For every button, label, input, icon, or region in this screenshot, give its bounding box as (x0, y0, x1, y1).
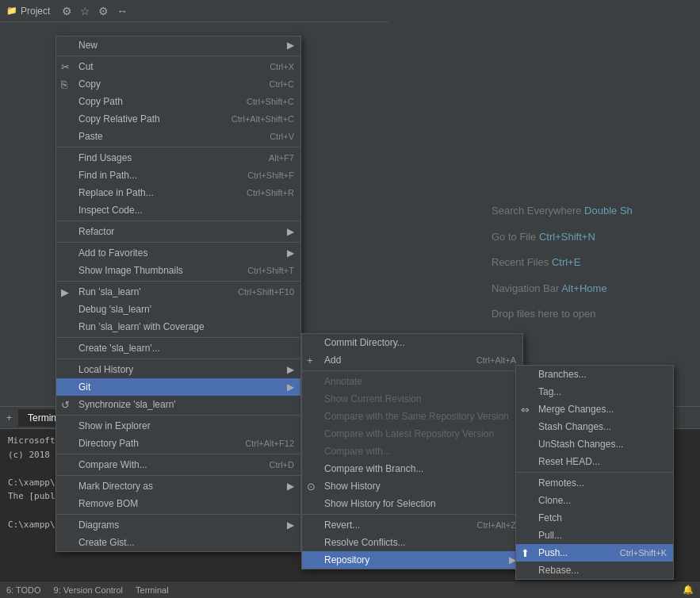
menu-item-debug[interactable]: Debug 'sla_learn' (56, 301, 300, 318)
git-show-revision: Show Current Revision (302, 390, 522, 408)
terminal-add-button[interactable]: + (0, 409, 18, 427)
project-icon: 📁 (6, 6, 17, 16)
menu-item-refactor[interactable]: Refactor ▶ (56, 223, 300, 240)
git-options-submenu: Branches... Tag... ⇔ Merge Changes... St… (515, 365, 674, 580)
submenu-arrow: ▶ (287, 381, 294, 393)
add-icon: + (307, 355, 313, 366)
menu-item-find-usages[interactable]: Find Usages Alt+F7 (56, 149, 300, 167)
menu-separator (56, 454, 300, 454)
menu-item-find-in-path[interactable]: Find in Path... Ctrl+Shift+F (56, 167, 300, 184)
context-menu: New ▶ ✂ Cut Ctrl+X ⎘ Copy Ctrl+C Copy Pa… (55, 36, 301, 552)
submenu-arrow: ▶ (287, 247, 294, 259)
git-show-history[interactable]: ⊙ Show History (302, 477, 522, 495)
menu-item-cut[interactable]: ✂ Cut Ctrl+X (56, 58, 300, 75)
hint-drop-files: Drop files here to open (492, 301, 700, 328)
menu-item-diagrams[interactable]: Diagrams ▶ (56, 516, 300, 534)
menu-item-replace-in-path[interactable]: Replace in Path... Ctrl+Shift+R (56, 184, 300, 201)
menu-separator (56, 415, 300, 416)
menu-item-directory-path[interactable]: Directory Path Ctrl+Alt+F12 (56, 435, 300, 452)
menu-item-remove-bom[interactable]: Remove BOM (56, 495, 300, 512)
menu-separator (56, 475, 300, 476)
submenu-arrow: ▶ (287, 364, 294, 375)
git-rebase[interactable]: Rebase... (516, 562, 673, 579)
git-show-history-selection[interactable]: Show History for Selection (302, 495, 522, 512)
git-compare-latest-repo: Compare with Latest Repository Version (302, 425, 522, 443)
project-toolbar: 📁 Project ⚙ ☆ ⚙ ↔ (0, 0, 388, 22)
menu-separator (56, 358, 300, 359)
menu-item-paste[interactable]: Paste Ctrl+V (56, 128, 300, 145)
status-version-control[interactable]: 9: Version Control (54, 585, 123, 595)
git-remotes[interactable]: Remotes... (516, 474, 673, 492)
git-merge-changes[interactable]: ⇔ Merge Changes... (516, 401, 673, 418)
push-icon: ⬆ (521, 547, 530, 559)
git-stash-changes[interactable]: Stash Changes... (516, 418, 673, 435)
copy-icon: ⎘ (61, 79, 67, 90)
menu-separator (56, 220, 300, 221)
git-reset-head[interactable]: Reset HEAD... (516, 453, 673, 470)
menu-item-run[interactable]: ▶ Run 'sla_learn' Ctrl+Shift+F10 (56, 283, 300, 301)
git-fetch[interactable]: Fetch (516, 509, 673, 527)
cut-icon: ✂ (61, 61, 70, 73)
status-bar: 6: TODO 9: Version Control Terminal 🔔 (0, 581, 700, 598)
menu-separator (56, 56, 300, 56)
menu-item-inspect-code[interactable]: Inspect Code... (56, 201, 300, 219)
hint-nav-bar: Navigation Bar Alt+Home (492, 276, 700, 302)
run-icon: ▶ (61, 286, 69, 298)
submenu-arrow: ▶ (287, 481, 294, 492)
right-panel: Search Everywhere Double Sh Go to File C… (492, 198, 700, 328)
menu-item-create-gist[interactable]: Create Gist... (56, 534, 300, 551)
git-tag[interactable]: Tag... (516, 383, 673, 401)
menu-item-mark-directory[interactable]: Mark Directory as ▶ (56, 477, 300, 495)
menu-item-copy-path[interactable]: Copy Path Ctrl+Shift+C (56, 93, 300, 110)
history-icon: ⊙ (307, 481, 316, 493)
status-icons-right: 🔔 (683, 585, 694, 595)
menu-item-create[interactable]: Create 'sla_learn'... (56, 339, 300, 357)
git-repository[interactable]: Repository ▶ (302, 551, 522, 569)
submenu-arrow: ▶ (287, 40, 294, 51)
menu-item-show-explorer[interactable]: Show in Explorer (56, 417, 300, 435)
star-icon[interactable]: ☆ (78, 5, 93, 17)
git-compare-branch[interactable]: Compare with Branch... (302, 460, 522, 477)
git-unstash-changes[interactable]: UnStash Changes... (516, 435, 673, 453)
status-todo[interactable]: 6: TODO (6, 585, 41, 595)
menu-separator (56, 337, 300, 338)
menu-item-run-coverage[interactable]: Run 'sla_learn' with Coverage (56, 318, 300, 335)
git-submenu: Commit Directory... + Add Ctrl+Alt+A Ann… (301, 333, 523, 569)
menu-item-local-history[interactable]: Local History ▶ (56, 361, 300, 378)
sync-icon: ↺ (61, 399, 70, 411)
menu-item-copy-relative-path[interactable]: Copy Relative Path Ctrl+Alt+Shift+C (56, 110, 300, 128)
git-compare-with: Compare with... (302, 443, 522, 460)
menu-item-add-favorites[interactable]: Add to Favorites ▶ (56, 244, 300, 262)
menu-separator (516, 472, 673, 473)
menu-separator (56, 514, 300, 515)
menu-separator (56, 147, 300, 148)
menu-separator (56, 281, 300, 282)
menu-item-copy[interactable]: ⎘ Copy Ctrl+C (56, 75, 300, 93)
git-push[interactable]: ⬆ Push... Ctrl+Shift+K (516, 544, 673, 562)
hint-recent-files: Recent Files Ctrl+E (492, 250, 700, 276)
expand-icon[interactable]: ↔ (114, 5, 130, 17)
status-terminal[interactable]: Terminal (136, 585, 169, 595)
menu-separator (56, 242, 300, 243)
notification-icon: 🔔 (683, 585, 694, 595)
menu-item-compare-with[interactable]: Compare With... Ctrl+D (56, 456, 300, 473)
git-clone[interactable]: Clone... (516, 492, 673, 509)
menu-item-new[interactable]: New ▶ (56, 36, 300, 54)
submenu-arrow: ▶ (287, 519, 294, 531)
hint-goto-file: Go to File Ctrl+Shift+N (492, 224, 700, 251)
config-icon[interactable]: ⚙ (96, 5, 111, 17)
git-annotate: Annotate (302, 373, 522, 390)
menu-item-synchronize[interactable]: ↺ Synchronize 'sla_learn' (56, 396, 300, 413)
git-commit-directory[interactable]: Commit Directory... (302, 334, 522, 351)
settings-icon[interactable]: ⚙ (59, 5, 75, 17)
git-resolve-conflicts[interactable]: Resolve Conflicts... (302, 534, 522, 551)
git-add[interactable]: + Add Ctrl+Alt+A (302, 351, 522, 369)
menu-item-git[interactable]: Git ▶ (56, 378, 300, 396)
git-pull[interactable]: Pull... (516, 527, 673, 544)
git-revert[interactable]: Revert... Ctrl+Alt+Z (302, 516, 522, 534)
git-compare-same-repo: Compare with the Same Repository Version (302, 408, 522, 425)
project-title: Project (21, 6, 50, 17)
menu-item-image-thumbnails[interactable]: Show Image Thumbnails Ctrl+Shift+T (56, 262, 300, 279)
git-branches[interactable]: Branches... (516, 366, 673, 383)
merge-icon: ⇔ (521, 404, 530, 416)
